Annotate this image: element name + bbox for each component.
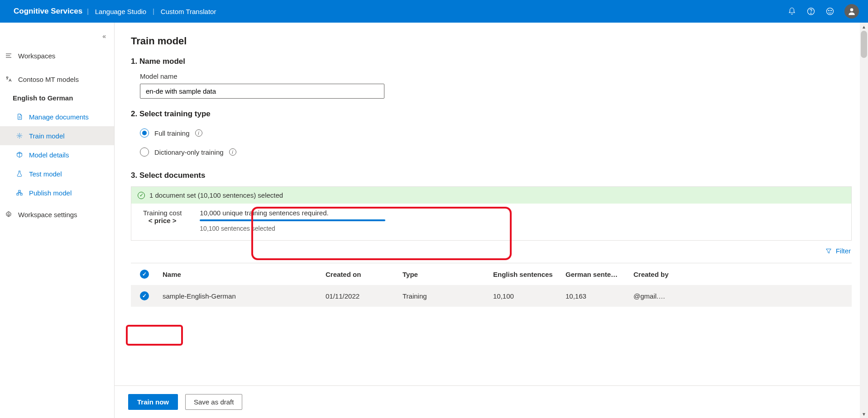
cell-name: sample-English-German [163, 292, 326, 300]
gear-icon [5, 210, 13, 218]
svg-rect-13 [20, 193, 22, 195]
training-cost: Training cost < price > [143, 209, 182, 224]
filter-icon [825, 247, 832, 255]
info-icon[interactable]: i [195, 129, 202, 137]
train-icon [15, 132, 24, 140]
footer-bar: Train now Save as draft [115, 385, 860, 418]
documents-table: Name Created on Type English sentences G… [131, 263, 852, 307]
svg-point-4 [831, 10, 832, 11]
cell-de: 10,163 [566, 292, 633, 300]
radio-icon[interactable] [140, 147, 149, 157]
main-content: Train model 1. Name model Model name 2. … [115, 23, 868, 418]
col-type[interactable]: Type [403, 271, 493, 278]
nav-label: English to German [13, 94, 108, 102]
cell-type: Training [403, 292, 493, 300]
nav-label: Workspace settings [18, 211, 108, 218]
publish-icon [15, 189, 24, 197]
cost-label: Training cost [143, 209, 182, 217]
app-header: Cognitive Services | Language Studio | C… [0, 0, 868, 23]
nav-project-group[interactable]: Contoso MT models [0, 70, 114, 89]
crumb-custom-translator[interactable]: Custom Translator [154, 8, 223, 15]
documents-icon [15, 113, 24, 121]
svg-rect-14 [19, 190, 20, 192]
table-row[interactable]: sample-English-German 01/11/2022 Trainin… [131, 285, 852, 307]
save-draft-button[interactable]: Save as draft [185, 394, 242, 410]
cell-by: @gmail.… [633, 292, 688, 300]
nav-label: Workspaces [18, 52, 108, 60]
step-heading: 3. Select documents [131, 171, 852, 180]
svg-point-3 [829, 10, 830, 11]
col-en[interactable]: English sentences [493, 271, 566, 278]
scrollbar[interactable]: ▲ ▼ [860, 23, 868, 418]
workspaces-icon [5, 52, 13, 60]
train-now-button[interactable]: Train now [128, 394, 178, 410]
step-heading: 1. Name model [131, 57, 852, 66]
feedback-icon[interactable] [825, 7, 834, 16]
scroll-up-icon[interactable]: ▲ [860, 23, 868, 31]
step-heading: 2. Select training type [131, 109, 852, 119]
user-avatar[interactable] [844, 4, 859, 19]
select-all-checkbox[interactable] [140, 270, 149, 279]
filter-label: Filter [836, 247, 851, 255]
nav-label: Test model [29, 170, 108, 178]
col-name[interactable]: Name [163, 271, 326, 278]
row-checkbox[interactable] [140, 291, 149, 300]
nav-workspaces[interactable]: Workspaces [0, 46, 114, 65]
selection-banner: 1 document set (10,100 sentences) select… [131, 187, 851, 204]
sidebar: « Workspaces Contoso MT models English t… [0, 23, 115, 418]
nav-model-details[interactable]: Model details [0, 145, 114, 164]
page-title: Train model [131, 35, 852, 47]
nav-label: Manage documents [29, 113, 108, 121]
field-label: Model name [131, 72, 852, 80]
scroll-down-icon[interactable]: ▼ [860, 410, 868, 418]
success-icon [138, 192, 145, 199]
nav-label: Train model [29, 132, 108, 140]
nav-label: Model details [29, 151, 108, 159]
selected-text: 10,100 sentences selected [200, 225, 385, 232]
help-icon[interactable] [806, 7, 815, 16]
svg-point-5 [850, 8, 854, 11]
nav-test-model[interactable]: Test model [0, 164, 114, 183]
radio-dictionary-only[interactable]: Dictionary-only training i [131, 144, 852, 160]
svg-rect-12 [17, 193, 19, 195]
brand-label[interactable]: Cognitive Services [9, 7, 87, 16]
col-by[interactable]: Created by [633, 271, 688, 278]
collapse-sidebar-icon[interactable]: « [102, 33, 106, 40]
radio-full-training[interactable]: Full training i [131, 125, 852, 141]
info-icon[interactable]: i [229, 148, 236, 156]
nav-project[interactable]: English to German [0, 89, 114, 107]
crumb-language-studio[interactable]: Language Studio [89, 8, 153, 15]
notifications-icon[interactable] [787, 7, 796, 16]
progress-column: 10,000 unique training sentences require… [200, 209, 385, 232]
step-2: 2. Select training type Full training i … [131, 109, 852, 160]
cost-value: < price > [143, 217, 182, 224]
step-1: 1. Name model Model name [131, 57, 852, 99]
header-actions [787, 4, 859, 19]
nav-label: Contoso MT models [18, 76, 108, 83]
col-created[interactable]: Created on [326, 271, 403, 278]
svg-point-1 [810, 13, 811, 14]
radio-icon[interactable] [140, 128, 149, 138]
nav-publish-model[interactable]: Publish model [0, 183, 114, 202]
breadcrumb: Cognitive Services | Language Studio | C… [9, 7, 222, 16]
cell-created: 01/11/2022 [326, 292, 403, 300]
cell-en: 10,100 [493, 292, 566, 300]
translate-icon [5, 75, 13, 83]
svg-point-2 [827, 8, 834, 15]
model-name-input[interactable] [140, 84, 384, 99]
filter-button[interactable]: Filter [825, 247, 851, 255]
details-icon [15, 151, 24, 159]
nav-workspace-settings[interactable]: Workspace settings [0, 205, 114, 224]
scroll-thumb[interactable] [861, 31, 867, 58]
test-icon [15, 170, 24, 178]
table-header: Name Created on Type English sentences G… [131, 263, 852, 285]
nav-manage-documents[interactable]: Manage documents [0, 107, 114, 126]
nav-label: Publish model [29, 189, 108, 197]
radio-label: Dictionary-only training [154, 148, 224, 156]
col-de[interactable]: German sente… [566, 271, 633, 278]
progress-bar [200, 219, 385, 221]
banner-text: 1 document set (10,100 sentences) select… [149, 191, 283, 199]
step-3: 3. Select documents 1 document set (10,1… [131, 171, 852, 307]
nav-train-model[interactable]: Train model [0, 126, 114, 145]
document-summary-box: 1 document set (10,100 sentences) select… [131, 186, 852, 241]
